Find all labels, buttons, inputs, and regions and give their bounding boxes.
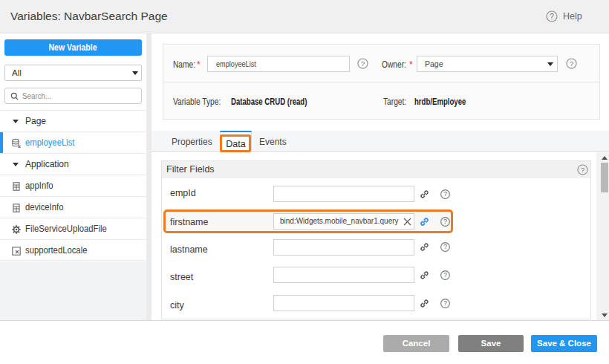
svg-text:?: ? <box>443 190 447 198</box>
svg-text:?: ? <box>443 243 447 250</box>
svg-text:?: ? <box>443 271 447 279</box>
svg-text:?: ? <box>443 299 447 307</box>
svg-text:?: ? <box>361 60 365 68</box>
svg-text:?: ? <box>443 218 447 225</box>
svg-text:?: ? <box>550 13 554 21</box>
svg-text:?: ? <box>570 60 573 68</box>
svg-text:?: ? <box>581 166 584 174</box>
